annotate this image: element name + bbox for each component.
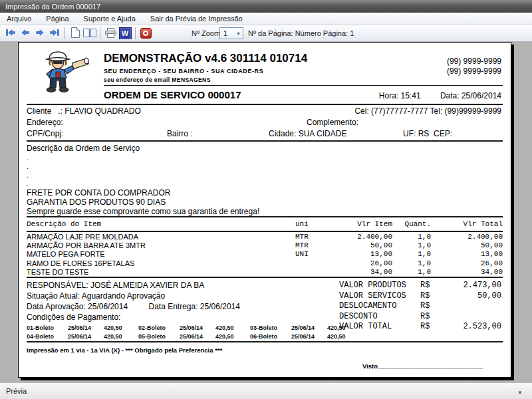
item-description: RAMO DE FLORES 16PETALAS	[27, 259, 295, 267]
word-icon: W	[120, 28, 131, 39]
menu-bar: ArquivoPáginaSuporte e AjudaSair da Prév…	[0, 13, 532, 25]
toolbar-separator	[100, 27, 100, 39]
total-value: 50,00	[440, 291, 501, 302]
total-label: VALOR PRODUTOS	[339, 281, 420, 291]
payment-value: 420,50	[215, 333, 245, 340]
order-date: Data: 25/06/2014	[440, 91, 501, 100]
payments-grid: 01-Boleto 25/06/14 420,50 02-Boleto 25/0…	[27, 325, 362, 340]
total-currency: R$	[420, 312, 440, 323]
payment-entry: 01-Boleto 25/06/14 420,50	[27, 325, 138, 331]
order-description-section: Descrição da Ordem de Serviço .... FRETE…	[27, 142, 503, 216]
close-preview-button[interactable]	[138, 27, 153, 40]
menu-item[interactable]: Página	[46, 15, 68, 23]
toolbar-separator	[135, 27, 136, 39]
client-uf-cep: UF: RS CEP:	[403, 129, 452, 138]
header-divider	[104, 85, 503, 86]
item-total-value: 34,00	[431, 268, 503, 276]
total-label: DESCONTO	[339, 312, 420, 323]
table-row: ARMAÇÃO POR BARRA ATE 3MTR MTR 50,00 1,0…	[27, 241, 503, 249]
toolbar: W Nº Zoom 1 ▼ Nº da Página: Número Págin…	[0, 25, 532, 42]
description-note-line: Sempre guarde esse comprovante como sua …	[27, 207, 503, 216]
menu-item[interactable]: Sair da Prévia de Impressão	[150, 15, 243, 23]
menu-item[interactable]: Arquivo	[7, 15, 31, 23]
items-table-header: Descrição do Item uni Vlr Item Quant. Vl…	[27, 217, 503, 231]
previous-page-icon	[21, 29, 30, 37]
window-title: Impressão da Ordem 000017	[5, 3, 100, 11]
description-note-line: GARANTIA DOS PRODUTOS 90 DIAS	[27, 198, 503, 207]
payment-value: 420,50	[104, 325, 133, 331]
client-bairro-label: Bairro :	[167, 129, 193, 138]
payment-number: 02-Boleto	[138, 325, 180, 331]
client-cidade: Cidade: SUA CIDADE	[269, 129, 346, 138]
item-quantity: 1,0	[392, 233, 431, 241]
zoom-dropdown[interactable]: 1 ▼	[219, 27, 243, 39]
item-unit: MTR	[295, 241, 326, 249]
worker-mascot-logo	[37, 50, 96, 96]
description-dot-line: .	[27, 154, 503, 162]
order-datetime: Hora: 15:41 Data: 25/06/2014	[362, 91, 501, 100]
last-page-button[interactable]	[47, 27, 62, 40]
client-cel-tel: Cel: (77)77777-7777 Tel: (99)99999-9999	[354, 106, 501, 116]
printer-icon	[105, 28, 116, 39]
print-button[interactable]	[103, 27, 118, 40]
payment-date: 25/06/14	[180, 333, 215, 340]
phone-2: (99) 9999-9999	[447, 66, 501, 76]
item-total-value: 26,00	[431, 259, 503, 267]
company-name: DEMONSTRAÇÃO v4.6 301114 010714	[104, 52, 307, 65]
delivery-date: Data Entrega: 25/06/2014	[148, 302, 239, 311]
item-quantity: 1,0	[392, 259, 431, 267]
next-page-button[interactable]	[33, 27, 47, 40]
table-row: ARMAÇÃO LAJE PRE MOLDADA MTR 2.400,00 1,…	[27, 232, 503, 241]
payment-date: 25/06/14	[291, 325, 327, 331]
total-currency: R$	[420, 322, 440, 332]
item-total-value: 50,00	[431, 241, 503, 249]
menu-item[interactable]: Suporte e Ajuda	[84, 15, 136, 23]
description-note-line: FRETE POR CONTA DO COMPRADOR	[27, 188, 503, 198]
payment-number: 03-Boleto	[250, 325, 291, 331]
header-vlr-item: Vlr Item	[326, 220, 392, 228]
item-total-value: 13,00	[431, 250, 503, 258]
item-description: ARMAÇÃO LAJE PRE MOLDADA	[27, 233, 295, 241]
first-page-button[interactable]	[3, 27, 18, 40]
client-cpf-label: CPF/Cnpj:	[27, 129, 63, 138]
payment-number: 05-Boleto	[138, 333, 180, 340]
total-row: DESCONTO R$	[339, 312, 501, 323]
next-page-icon	[35, 29, 45, 37]
visto-signature-line: Visto______________________________	[362, 362, 503, 370]
print-note: Impressão em 1 via - 1a VIA (X) - *** Ob…	[27, 344, 503, 354]
total-value: 2.473,00	[440, 281, 501, 291]
order-title: ORDEM DE SERVICO 000017	[104, 89, 241, 100]
total-value	[440, 301, 501, 312]
preview-area: DEMONSTRAÇÃO v4.6 301114 010714 SEU ENDE…	[0, 42, 532, 382]
company-address: SEU ENDEREÇO - SEU BAIRRO - SUA CIDADE-R…	[104, 68, 263, 74]
payment-number: 01-Boleto	[27, 325, 68, 331]
company-email-line: seu endereço de email MENSAGENS	[104, 76, 211, 83]
scroll-down-arrow[interactable]: ▼	[517, 390, 523, 396]
item-unit-value: 26,00	[326, 259, 392, 267]
status-bar: Prévia	[0, 382, 532, 399]
previous-page-button[interactable]	[18, 27, 33, 40]
header-uni: uni	[295, 220, 326, 228]
payment-value: 420,50	[104, 333, 133, 340]
document-page: DEMONSTRAÇÃO v4.6 301114 010714 SEU ENDE…	[18, 42, 511, 378]
page-number-info: Nº da Página: Número Página: 1	[248, 29, 354, 37]
item-quantity: 1,0	[392, 250, 431, 258]
document-header: DEMONSTRAÇÃO v4.6 301114 010714 SEU ENDE…	[27, 43, 503, 104]
item-unit-value: 50,00	[326, 241, 392, 249]
export-word-button[interactable]: W	[118, 27, 132, 40]
client-name: Cliente .: FLAVIO QUADRADO	[27, 106, 141, 116]
item-unit-value: 2.400,00	[326, 233, 392, 241]
total-row: VALOR SERVICOS R$ 50,00	[339, 291, 501, 302]
order-footer-section: RESPONSÁVEL: JOSÉ ALMEIDA XAVIER DA BA S…	[27, 278, 503, 341]
item-total-value: 2.400,00	[431, 233, 503, 241]
item-quantity: 1,0	[392, 268, 431, 276]
single-page-view-button[interactable]	[68, 27, 82, 40]
payment-entry: 06-Boleto 25/06/14 420,50	[250, 333, 362, 340]
two-page-view-button[interactable]	[82, 27, 97, 40]
window-titlebar[interactable]: Impressão da Ordem 000017	[0, 0, 532, 13]
payment-entry: 04-Boleto 25/06/14 420,50	[27, 333, 138, 340]
zoom-value: 1	[220, 29, 234, 37]
chevron-down-icon: ▼	[234, 28, 243, 39]
payment-value: 420,50	[327, 333, 356, 340]
status-label: Prévia	[6, 387, 27, 395]
